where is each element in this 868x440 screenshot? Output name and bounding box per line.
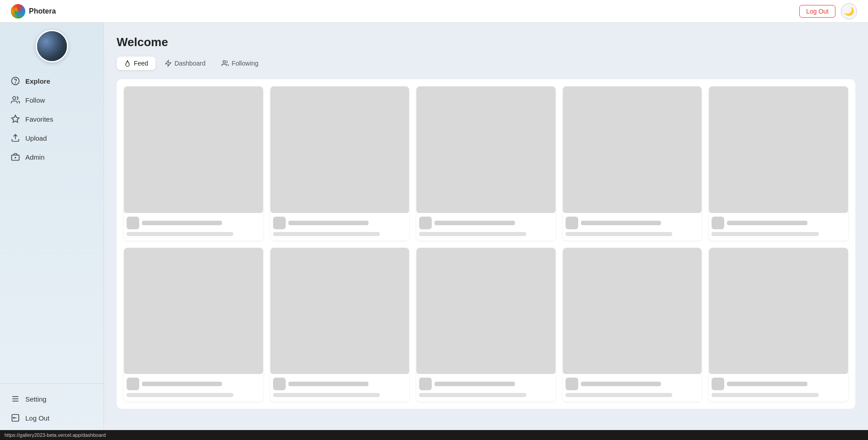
avatar <box>36 30 68 62</box>
logout-button-top[interactable]: Log Out <box>799 5 835 18</box>
page-title: Welcome <box>117 35 855 49</box>
card-desc-placeholder <box>127 232 233 236</box>
card-title-placeholder <box>727 382 807 386</box>
card-title-placeholder <box>142 221 222 225</box>
sidebar-item-admin-label: Admin <box>25 153 45 161</box>
tab-feed[interactable]: Feed <box>117 57 156 70</box>
main-content: Welcome Feed Dashboard <box>104 23 868 440</box>
sidebar-item-favorites[interactable]: Favorites <box>0 109 104 128</box>
brand: Photera <box>11 4 56 19</box>
card-avatar <box>273 378 286 390</box>
card-image <box>124 86 263 213</box>
svg-point-14 <box>223 61 226 63</box>
tab-following-label: Following <box>231 60 258 67</box>
card-desc-placeholder <box>566 393 672 397</box>
card-avatar <box>712 378 724 390</box>
card-image <box>416 86 556 213</box>
list-item[interactable] <box>124 248 263 402</box>
card-desc-placeholder <box>712 232 818 236</box>
tab-dashboard[interactable]: Dashboard <box>157 57 213 70</box>
flame-icon <box>124 60 131 67</box>
list-item[interactable] <box>270 86 410 241</box>
list-item[interactable] <box>709 86 848 241</box>
photo-grid <box>117 79 855 409</box>
card-desc-placeholder <box>566 232 672 236</box>
sidebar-item-follow-label: Follow <box>25 96 45 104</box>
lightning-icon <box>165 60 172 67</box>
card-desc-placeholder <box>273 232 380 236</box>
list-item[interactable] <box>416 248 556 402</box>
tab-dashboard-label: Dashboard <box>175 60 206 67</box>
sidebar-item-explore-label: Explore <box>25 77 50 85</box>
card-title-placeholder <box>581 382 661 386</box>
card-avatar <box>712 217 724 229</box>
star-icon <box>11 114 20 123</box>
list-item[interactable] <box>124 86 263 241</box>
sidebar: Explore Follow <box>0 23 104 440</box>
card-title-placeholder <box>288 221 368 225</box>
sidebar-nav: Explore Follow <box>0 71 104 383</box>
card-title-placeholder <box>288 382 368 386</box>
list-item[interactable] <box>563 86 702 241</box>
explore-icon <box>11 76 20 85</box>
dark-mode-toggle[interactable]: 🌙 <box>841 3 857 19</box>
top-navigation: Photera Log Out 🌙 <box>0 0 868 23</box>
list-item[interactable] <box>563 248 702 402</box>
list-item[interactable] <box>416 86 556 241</box>
card-title-placeholder <box>581 221 661 225</box>
card-image <box>270 248 410 374</box>
card-image <box>124 248 263 374</box>
card-avatar <box>419 378 432 390</box>
settings-icon <box>11 394 20 403</box>
tab-feed-label: Feed <box>134 60 148 67</box>
people-icon <box>222 60 229 67</box>
card-image <box>563 248 702 374</box>
card-desc-placeholder <box>419 393 526 397</box>
sidebar-item-admin[interactable]: Admin <box>0 147 104 166</box>
card-desc-placeholder <box>712 393 818 397</box>
card-avatar <box>419 217 432 229</box>
svg-point-2 <box>13 97 16 100</box>
sidebar-item-upload[interactable]: Upload <box>0 128 104 147</box>
follow-icon <box>11 95 20 104</box>
sidebar-item-logout-label: Log Out <box>25 414 49 422</box>
card-desc-placeholder <box>419 232 526 236</box>
card-title-placeholder <box>727 221 807 225</box>
app-logo <box>11 4 25 19</box>
user-avatar-container <box>0 30 104 62</box>
sidebar-item-setting-label: Setting <box>25 395 47 403</box>
app-name: Photera <box>29 7 56 15</box>
statusbar-url: https://gallery2023-beta.vercel.app/dash… <box>5 432 106 438</box>
card-image <box>709 86 848 213</box>
card-avatar <box>566 378 578 390</box>
tab-bar: Feed Dashboard <box>117 57 855 70</box>
logout-icon <box>11 413 20 422</box>
card-image <box>709 248 848 374</box>
sidebar-item-upload-label: Upload <box>25 134 47 142</box>
admin-icon <box>11 152 20 161</box>
card-desc-placeholder <box>273 393 380 397</box>
sidebar-item-setting[interactable]: Setting <box>0 389 104 408</box>
card-avatar <box>566 217 578 229</box>
card-avatar <box>127 217 139 229</box>
list-item[interactable] <box>270 248 410 402</box>
moon-icon: 🌙 <box>844 6 854 16</box>
tab-following[interactable]: Following <box>214 57 265 70</box>
sidebar-item-follow[interactable]: Follow <box>0 90 104 109</box>
card-avatar <box>127 378 139 390</box>
card-avatar <box>273 217 286 229</box>
list-item[interactable] <box>709 248 848 402</box>
card-image <box>270 86 410 213</box>
svg-point-1 <box>15 83 16 83</box>
sidebar-item-explore[interactable]: Explore <box>0 71 104 90</box>
sidebar-item-logout[interactable]: Log Out <box>0 408 104 427</box>
card-title-placeholder <box>434 221 514 225</box>
card-title-placeholder <box>434 382 514 386</box>
main-layout: Explore Follow <box>0 0 868 440</box>
sidebar-bottom: Setting Log Out <box>0 383 104 433</box>
card-image <box>416 248 556 374</box>
card-image <box>563 86 702 213</box>
statusbar: https://gallery2023-beta.vercel.app/dash… <box>0 430 868 440</box>
card-title-placeholder <box>142 382 222 386</box>
svg-marker-3 <box>12 115 19 123</box>
